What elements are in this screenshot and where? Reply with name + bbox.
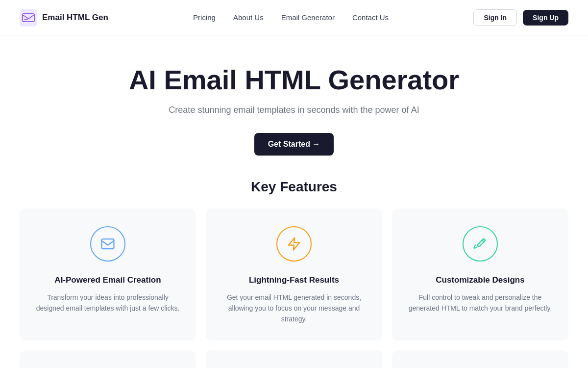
nav-links: Pricing About Us Email Generator Contact… bbox=[193, 13, 389, 22]
bolt-icon-circle bbox=[276, 226, 312, 262]
feature-desc-custom: Full control to tweak and personalize th… bbox=[406, 292, 555, 314]
feature-title-fast: Lightning-Fast Results bbox=[249, 275, 339, 285]
feature-desc-fast: Get your email HTML generated in seconds… bbox=[220, 292, 368, 325]
brand-name: Email HTML Gen bbox=[42, 13, 108, 23]
logo-link[interactable]: Email HTML Gen bbox=[20, 9, 108, 26]
nav-actions: Sign In Sign Up bbox=[473, 9, 568, 26]
features-grid-bottom bbox=[20, 350, 568, 368]
hero-title: AI Email HTML Generator bbox=[20, 65, 568, 95]
nav-contact[interactable]: Contact Us bbox=[352, 13, 389, 22]
feature-desc-ai: Transform your ideas into professionally… bbox=[33, 292, 182, 314]
navbar: Email HTML Gen Pricing About Us Email Ge… bbox=[0, 0, 588, 35]
get-started-button[interactable]: Get Started → bbox=[254, 133, 334, 156]
email-icon bbox=[100, 237, 115, 251]
feature-card-palette bbox=[206, 350, 382, 368]
nav-about[interactable]: About Us bbox=[233, 13, 264, 22]
feature-title-ai: AI-Powered Email Creation bbox=[54, 275, 161, 285]
signin-button[interactable]: Sign In bbox=[473, 9, 517, 26]
brush-icon bbox=[473, 237, 488, 251]
signup-button[interactable]: Sign Up bbox=[523, 10, 568, 26]
svg-point-4 bbox=[483, 239, 485, 241]
features-grid: AI-Powered Email Creation Transform your… bbox=[20, 209, 568, 341]
email-icon-circle bbox=[90, 226, 125, 262]
features-section: Key Features AI-Powered Email Creation T… bbox=[0, 179, 588, 368]
logo-icon bbox=[20, 9, 37, 26]
nav-generator[interactable]: Email Generator bbox=[281, 13, 335, 22]
brush-icon-circle bbox=[463, 226, 498, 262]
feature-card-refresh bbox=[392, 350, 568, 368]
hero-subtitle: Create stunning email templates in secon… bbox=[20, 105, 568, 115]
svg-rect-3 bbox=[102, 239, 114, 249]
features-title: Key Features bbox=[20, 179, 568, 195]
feature-card-fast: Lightning-Fast Results Get your email HT… bbox=[206, 209, 382, 341]
feature-card-eye bbox=[20, 350, 196, 368]
hero-section: AI Email HTML Generator Create stunning … bbox=[0, 35, 588, 179]
bolt-icon bbox=[287, 237, 301, 251]
feature-card-custom: Customizable Designs Full control to twe… bbox=[392, 209, 568, 341]
nav-pricing[interactable]: Pricing bbox=[193, 13, 216, 22]
feature-title-custom: Customizable Designs bbox=[436, 275, 524, 285]
feature-card-ai: AI-Powered Email Creation Transform your… bbox=[20, 209, 196, 341]
